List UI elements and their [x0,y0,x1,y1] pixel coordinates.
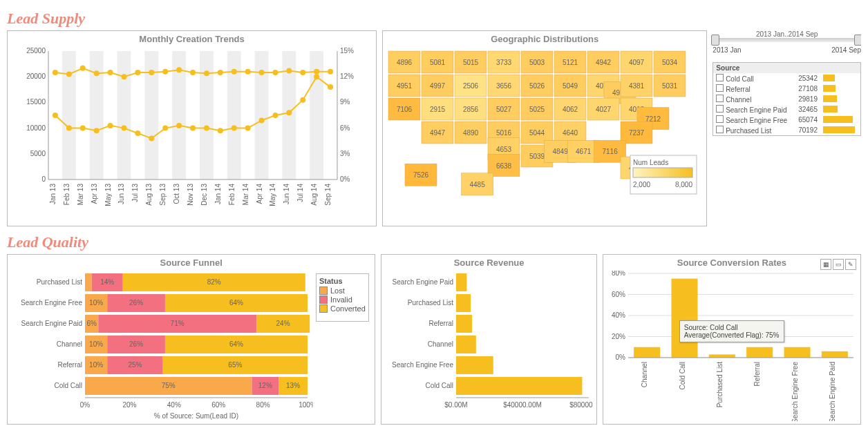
svg-text:Search Engine Paid: Search Engine Paid [21,320,82,327]
svg-text:Aug 14: Aug 14 [310,184,318,206]
svg-text:Channel: Channel [57,340,82,348]
svg-text:10%: 10% [89,299,103,307]
svg-text:5034: 5034 [662,59,678,66]
chart-funnel[interactable]: Purchased List14%82%Search Engine Free10… [9,271,313,423]
svg-text:82%: 82% [207,278,221,286]
chart-conversion[interactable]: 0%20%40%60%80%ChannelCold CallPurchased … [605,271,858,421]
svg-text:6%: 6% [340,124,350,132]
svg-text:Referral: Referral [429,320,454,327]
svg-point-85 [300,70,305,75]
svg-text:26%: 26% [129,299,143,307]
date-range-slider[interactable] [713,38,861,42]
svg-rect-0 [62,51,76,179]
svg-text:7526: 7526 [413,171,429,179]
svg-rect-258 [709,354,735,358]
svg-text:5031: 5031 [662,82,678,90]
svg-text:25000: 25000 [26,47,46,55]
svg-text:0%: 0% [80,401,91,409]
svg-rect-233 [456,315,472,333]
svg-point-66 [328,84,333,90]
source-row[interactable]: Search Engine Paid32465 [713,104,861,115]
svg-point-63 [286,110,292,115]
svg-text:Feb 13: Feb 13 [63,184,70,206]
svg-text:5027: 5027 [496,106,512,113]
svg-text:80%: 80% [256,401,270,409]
svg-point-80 [232,69,237,75]
svg-text:Jun 14: Jun 14 [283,184,290,204]
svg-text:6638: 6638 [496,162,512,170]
svg-point-83 [272,70,278,75]
svg-text:2506: 2506 [463,82,479,90]
svg-text:14%: 14% [100,278,114,286]
svg-text:4653: 4653 [496,146,512,153]
svg-text:5049: 5049 [563,82,578,90]
svg-text:5044: 5044 [529,129,545,137]
chart-revenue[interactable]: Search Engine PaidPurchased ListReferral… [383,271,593,421]
svg-text:3656: 3656 [496,82,512,90]
slider-start-label: 2013 Jan [713,46,741,54]
conversion-tooltip: Source: Cold Call Average(Converted Flag… [679,320,784,342]
funnel-legend: Status LostInvalidConverted [316,273,369,322]
svg-point-71 [108,70,113,75]
svg-point-48 [80,126,86,131]
svg-point-82 [259,70,265,75]
svg-text:Search Engine Paid: Search Engine Paid [829,362,836,421]
svg-point-69 [80,66,86,71]
slider-handle-start[interactable] [711,35,719,46]
svg-text:Search Engine Paid: Search Engine Paid [393,278,453,286]
svg-text:Search Engine Free: Search Engine Free [791,362,798,421]
svg-text:5121: 5121 [563,59,578,66]
source-row[interactable]: Search Engine Free65074 [713,115,861,125]
source-table: Source Cold Call25342 Referral27108 Chan… [713,62,861,136]
svg-point-57 [204,126,209,131]
slider-handle-end[interactable] [854,35,861,46]
svg-text:% of Source: Sum(Lead ID): % of Source: Sum(Lead ID) [154,412,238,420]
toolbar-edit-icon[interactable]: ✎ [845,259,856,270]
svg-text:20%: 20% [612,333,625,340]
svg-rect-237 [456,356,493,374]
svg-text:64%: 64% [229,299,243,307]
svg-text:Cold Call: Cold Call [678,362,686,390]
source-row[interactable]: Purchased List70192 [713,125,861,136]
svg-text:4997: 4997 [430,82,446,90]
svg-text:12%: 12% [258,382,272,389]
svg-text:Search Engine Free: Search Engine Free [392,361,453,369]
svg-text:10%: 10% [89,340,103,348]
svg-text:Mar 14: Mar 14 [242,184,249,206]
panel-monthly-trends: Monthly Creation Trends Leads Created % … [7,30,377,226]
svg-text:65%: 65% [228,361,242,369]
svg-point-49 [94,128,100,133]
svg-rect-264 [822,351,848,358]
svg-text:4640: 4640 [563,129,578,137]
toolbar-window-icon[interactable]: ▭ [833,259,844,270]
funnel-legend-title: Status [319,277,366,285]
source-row[interactable]: Referral27108 [713,84,861,94]
svg-text:5015: 5015 [463,59,479,66]
source-row[interactable]: Cold Call25342 [713,73,861,84]
chart-geo-map[interactable]: 4896508150153733500351214942409750344951… [384,47,702,223]
svg-point-78 [204,70,209,76]
svg-text:Mar 13: Mar 13 [77,184,84,206]
svg-text:10%: 10% [89,361,103,369]
svg-text:64%: 64% [229,340,243,348]
svg-text:60%: 60% [612,291,625,298]
svg-text:4896: 4896 [397,59,413,66]
source-row[interactable]: Channel29819 [713,94,861,104]
svg-text:Jun 13: Jun 13 [117,184,125,204]
panel-toolbar: ▦ ▭ ✎ [820,259,856,270]
svg-point-46 [53,113,58,118]
svg-rect-260 [746,347,773,358]
svg-point-64 [300,97,305,103]
svg-text:10000: 10000 [26,124,46,132]
chart-monthly-trends[interactable]: 05000100001500020000250000%3%6%9%12%15%J… [19,47,364,220]
svg-text:75%: 75% [162,382,176,389]
svg-point-47 [66,126,72,131]
svg-text:5003: 5003 [529,59,545,66]
panel-title-geo: Geographic Distributions [384,34,705,44]
svg-text:4947: 4947 [430,129,446,137]
svg-text:40%: 40% [167,401,181,409]
toolbar-grid-icon[interactable]: ▦ [820,259,831,270]
svg-text:Apr 13: Apr 13 [91,184,98,204]
svg-text:May 14: May 14 [269,184,276,206]
svg-text:Channel: Channel [641,362,648,387]
